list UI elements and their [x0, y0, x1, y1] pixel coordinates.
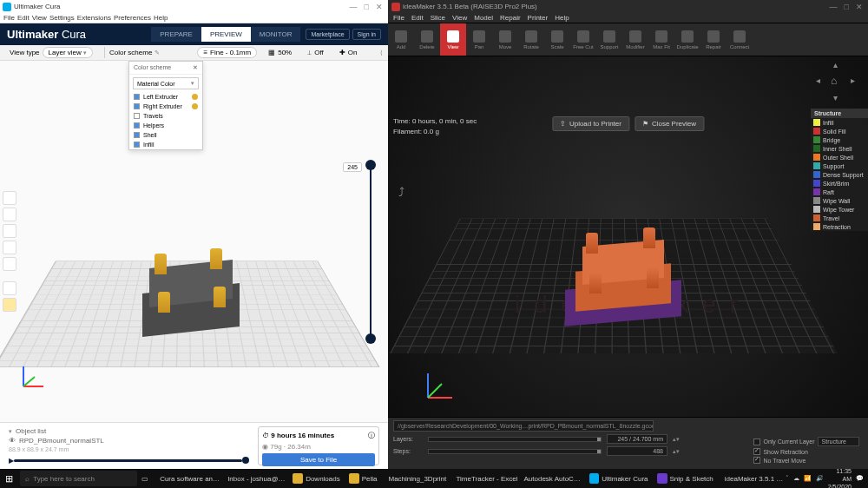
export-icon[interactable]: ⤴: [398, 185, 404, 199]
tool-add[interactable]: Add: [388, 23, 414, 56]
structure-dropdown[interactable]: Structure: [818, 437, 859, 446]
tool-move[interactable]: Move: [492, 23, 518, 56]
close-preview-button[interactable]: ⚑Close Preview: [635, 116, 704, 131]
menu-preferences[interactable]: Preferences: [114, 14, 151, 22]
menu-file[interactable]: File: [3, 14, 15, 22]
signin-button[interactable]: Sign in: [352, 29, 381, 40]
cura-min-icon[interactable]: ―: [350, 3, 358, 11]
im-min-icon[interactable]: ―: [830, 3, 838, 11]
marketplace-button[interactable]: Marketplace: [306, 29, 349, 40]
only-current-checkbox[interactable]: [753, 439, 760, 445]
taskbar-app-6[interactable]: Autodesk AutoC…: [517, 469, 585, 488]
scheme-checkbox-0[interactable]: [134, 94, 140, 100]
tray-time[interactable]: 11:35 AM: [828, 467, 852, 483]
tool-scale[interactable]: Scale: [544, 23, 570, 56]
im-menu-repair[interactable]: Repair: [500, 14, 521, 22]
scheme-checkbox-5[interactable]: [134, 142, 140, 148]
tool-max-fit[interactable]: Max Fit: [648, 23, 674, 56]
taskbar-app-4[interactable]: Machining_3Dprint: [382, 469, 450, 488]
layer-slider[interactable]: 245: [364, 165, 378, 339]
scheme-close-icon[interactable]: ✕: [193, 64, 198, 71]
upload-button[interactable]: ⇪Upload to Printer: [552, 116, 629, 131]
tool-repair[interactable]: Repair: [700, 23, 727, 56]
taskbar-app-2[interactable]: Downloads: [288, 469, 345, 488]
im-menu-help[interactable]: Help: [555, 14, 569, 22]
view-orientation-widget[interactable]: ▴ ▾ ◂ ▸ ⌂: [819, 63, 856, 100]
im-close-icon[interactable]: ✕: [856, 3, 863, 11]
viewtype-dropdown[interactable]: Layer view ▾: [43, 47, 93, 58]
tool-scale[interactable]: [3, 208, 16, 221]
objlist-header[interactable]: Object list: [16, 427, 46, 435]
im-menu-view[interactable]: View: [452, 14, 467, 22]
menu-view[interactable]: View: [32, 14, 47, 22]
scheme-dropdown[interactable]: Material Color▾: [133, 77, 199, 89]
menu-edit[interactable]: Edit: [17, 14, 30, 22]
taskbar-app-1[interactable]: Inbox - joshua@…: [220, 469, 288, 488]
objlist-item[interactable]: RPD_PBmount_normalSTL: [19, 437, 104, 445]
tool-support[interactable]: Support: [596, 23, 622, 56]
im-menu-edit[interactable]: Edit: [411, 14, 424, 22]
cura-max-icon[interactable]: □: [365, 3, 369, 11]
im-menu-file[interactable]: File: [393, 14, 404, 22]
steps-stepper[interactable]: ▴▾: [673, 448, 680, 455]
tray-volume-icon[interactable]: 🔊: [816, 475, 824, 482]
tool-mirror[interactable]: [3, 241, 16, 254]
options-expand-icon[interactable]: ⟨: [380, 49, 383, 56]
tool-view[interactable]: View: [440, 23, 466, 56]
no-travel-checkbox[interactable]: [753, 457, 760, 464]
home-icon[interactable]: ⌂: [831, 75, 845, 89]
tray-cloud-icon[interactable]: ☁: [793, 475, 799, 482]
steps-slider[interactable]: [428, 449, 602, 454]
tool-free-cut[interactable]: Free Cut: [570, 23, 596, 56]
taskbar-app-7[interactable]: Ultimaker Cura: [585, 469, 653, 488]
im-menu-printer[interactable]: Printer: [528, 14, 549, 22]
taskbar-app-3[interactable]: Pella: [345, 469, 382, 488]
tool-modifier[interactable]: Modifier: [622, 23, 648, 56]
scheme-checkbox-2[interactable]: [134, 113, 140, 119]
cura-close-icon[interactable]: ✕: [376, 3, 383, 11]
tool-mesh[interactable]: [3, 257, 16, 271]
tray-date[interactable]: 2/5/2020: [828, 483, 852, 489]
tool-move[interactable]: [3, 191, 16, 205]
layers-stepper[interactable]: ▴▾: [673, 436, 680, 443]
menu-help[interactable]: Help: [154, 14, 168, 22]
tool-support[interactable]: [3, 281, 16, 295]
taskbar-app-5[interactable]: TimeTracker - Excel: [450, 469, 517, 488]
taskbar-app-0[interactable]: Cura software an…: [153, 469, 220, 488]
layers-slider[interactable]: [428, 437, 602, 442]
taskbar-app-8[interactable]: Snip & Sketch: [653, 469, 718, 488]
im-max-icon[interactable]: □: [845, 3, 849, 11]
ideamaker-viewport[interactable]: Time: 0 hours, 0 min, 0 sec Filament: 0.…: [388, 56, 868, 469]
tray-chevron-icon[interactable]: ˄: [786, 475, 789, 482]
menu-extensions[interactable]: Extensions: [77, 14, 111, 22]
info-icon[interactable]: ⓘ: [368, 431, 375, 440]
tab-prepare[interactable]: PREPARE: [151, 27, 201, 42]
tab-preview[interactable]: PREVIEW: [201, 27, 251, 42]
task-view-icon[interactable]: ▭: [137, 469, 153, 488]
tray-notifications-icon[interactable]: 💬: [856, 475, 864, 482]
show-retraction-checkbox[interactable]: [753, 448, 760, 455]
tool-pan[interactable]: Pan: [466, 23, 492, 56]
tool-rotate[interactable]: Rotate: [518, 23, 544, 56]
scheme-checkbox-3[interactable]: [134, 122, 140, 129]
scheme-checkbox-4[interactable]: [134, 132, 140, 138]
tool-rotate[interactable]: [3, 224, 16, 238]
taskbar-search[interactable]: ⌕Type here to search: [20, 471, 137, 486]
tool-connect[interactable]: Connect: [727, 23, 753, 56]
tool-custom[interactable]: [3, 298, 16, 312]
cura-model[interactable]: [142, 254, 240, 332]
ideamaker-model[interactable]: [572, 234, 674, 318]
save-button[interactable]: Save to File: [262, 453, 375, 466]
start-button[interactable]: ⊞: [0, 469, 18, 488]
scheme-checkbox-1[interactable]: [134, 103, 140, 109]
eye-icon[interactable]: 👁: [9, 437, 16, 445]
cura-viewport[interactable]: Color scheme✕ Material Color▾ Left Extru…: [0, 61, 388, 469]
pencil-icon[interactable]: ✎: [155, 49, 160, 56]
tool-delete[interactable]: Delete: [414, 23, 440, 56]
profile-value[interactable]: Fine - 0.1mm: [210, 49, 251, 56]
im-menu-slice[interactable]: Slice: [431, 14, 445, 22]
tab-monitor[interactable]: MONITOR: [251, 27, 301, 42]
im-menu-model[interactable]: Model: [474, 14, 493, 22]
sim-timeline[interactable]: ▶: [9, 457, 249, 464]
tray-wifi-icon[interactable]: 📶: [804, 475, 812, 482]
